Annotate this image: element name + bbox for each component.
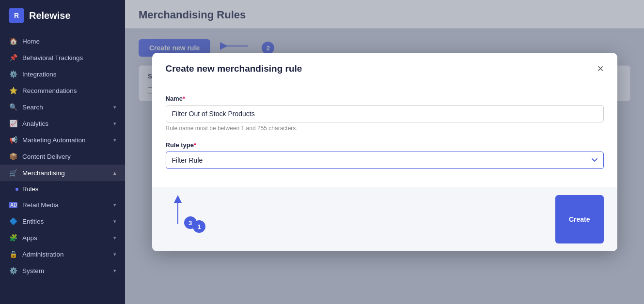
- chevron-down-icon: ▾: [113, 104, 116, 110]
- sidebar-item-label: Integrations: [22, 71, 57, 78]
- modal-footer: 3 Create: [152, 187, 617, 251]
- name-input[interactable]: [166, 105, 604, 122]
- pin-icon: 📌: [9, 54, 17, 61]
- modal-overlay: Create new merchandising rule × Name* Ru…: [125, 0, 644, 304]
- chevron-down-icon: ▾: [113, 268, 116, 274]
- system-icon: ⚙️: [9, 267, 17, 274]
- logo-icon: R: [9, 8, 24, 23]
- modal-title: Create new merchandising rule: [166, 63, 302, 74]
- sidebar-item-marketing-automation[interactable]: 📢 Marketing Automation ▾: [0, 132, 125, 148]
- apps-icon: 🧩: [9, 234, 17, 242]
- sidebar-item-rules[interactable]: Rules: [0, 181, 125, 197]
- annotation-bubble-3: 3: [184, 216, 197, 229]
- sidebar-item-label: Apps: [22, 234, 37, 242]
- modal-create-button[interactable]: Create: [555, 195, 604, 243]
- rule-type-label: Rule type*: [166, 141, 604, 149]
- sidebar-item-label: Marketing Automation: [22, 137, 86, 144]
- sidebar-item-merchandising[interactable]: 🛒 Merchandising ▴: [0, 165, 125, 181]
- content-icon: 📦: [9, 152, 17, 160]
- sidebar-item-search[interactable]: 🔍 Search ▾: [0, 99, 125, 115]
- modal-body: Name* Rule name must be between 1 and 25…: [152, 83, 617, 187]
- chevron-down-icon: ▾: [113, 251, 116, 258]
- sidebar-item-label: Retail Media: [22, 201, 59, 209]
- sidebar-item-label: Behavioral Trackings: [22, 54, 83, 61]
- sidebar-logo[interactable]: R Relewise: [0, 0, 125, 31]
- rule-type-select[interactable]: Filter Rule Boost Rule Pin Rule Sort Rul…: [166, 152, 604, 169]
- sidebar-item-label: Administration: [22, 251, 64, 258]
- sidebar-item-label: System: [22, 267, 44, 274]
- analytics-icon: 📈: [9, 120, 17, 127]
- sidebar-item-system[interactable]: ⚙️ System ▾: [0, 262, 125, 279]
- chevron-down-icon: ▾: [113, 218, 116, 225]
- megaphone-icon: 📢: [9, 136, 17, 144]
- sidebar-nav: 🏠 Home 📌 Behavioral Trackings ⚙️ Integra…: [0, 31, 125, 304]
- star-icon: ⭐: [9, 87, 17, 94]
- sidebar-item-integrations[interactable]: ⚙️ Integrations: [0, 66, 125, 82]
- main-content: Merchandising Rules Create new rule 2 Sh…: [125, 0, 644, 304]
- retail-media-icon: AD: [9, 202, 17, 208]
- sidebar-item-label: Content Delivery: [22, 153, 71, 160]
- sidebar-item-label: Search: [22, 104, 43, 111]
- modal: Create new merchandising rule × Name* Ru…: [152, 53, 617, 251]
- sidebar-item-label: Entities: [22, 218, 44, 225]
- sidebar-item-home[interactable]: 🏠 Home: [0, 33, 125, 49]
- rule-type-required: *: [194, 141, 196, 149]
- chevron-up-icon: ▴: [113, 170, 116, 176]
- chevron-down-icon: ▾: [113, 121, 116, 127]
- sidebar-item-entities[interactable]: 🔷 Entities ▾: [0, 213, 125, 229]
- sidebar-item-retail-media[interactable]: AD Retail Media ▾: [0, 197, 125, 213]
- sidebar-item-label: Merchandising: [22, 169, 65, 177]
- home-icon: 🏠: [9, 37, 17, 45]
- lock-icon: 🔒: [9, 250, 17, 258]
- gear-icon: ⚙️: [9, 70, 17, 78]
- sidebar-item-label: Analytics: [22, 120, 48, 127]
- chevron-down-icon: ▾: [113, 202, 116, 208]
- sidebar-item-label: Rules: [22, 185, 38, 193]
- sidebar-item-recommendations[interactable]: ⭐ Recommendations: [0, 82, 125, 99]
- modal-close-button[interactable]: ×: [597, 63, 604, 74]
- modal-header: Create new merchandising rule ×: [152, 53, 617, 83]
- chevron-down-icon: ▾: [113, 235, 116, 241]
- entities-icon: 🔷: [9, 217, 17, 225]
- name-hint: Rule name must be between 1 and 255 char…: [166, 125, 604, 132]
- name-form-group: Name* Rule name must be between 1 and 25…: [166, 95, 604, 132]
- chevron-down-icon: ▾: [113, 137, 116, 143]
- sidebar-item-label: Recommendations: [22, 87, 77, 94]
- name-label: Name*: [166, 95, 604, 102]
- sidebar-item-administration[interactable]: 🔒 Administration ▾: [0, 246, 125, 262]
- sidebar-item-behavioral-trackings[interactable]: 📌 Behavioral Trackings: [0, 49, 125, 66]
- rule-type-form-group: Rule type* Filter Rule Boost Rule Pin Ru…: [166, 141, 604, 169]
- search-icon: 🔍: [9, 103, 17, 111]
- sidebar-item-analytics[interactable]: 📈 Analytics ▾: [0, 115, 125, 132]
- logo-text: Relewise: [29, 10, 71, 21]
- sidebar-item-content-delivery[interactable]: 📦 Content Delivery: [0, 148, 125, 165]
- sidebar: R Relewise 🏠 Home 📌 Behavioral Trackings…: [0, 0, 125, 304]
- name-required: *: [183, 95, 185, 102]
- sidebar-item-label: Home: [22, 38, 40, 45]
- cart-icon: 🛒: [9, 169, 17, 177]
- sidebar-item-apps[interactable]: 🧩 Apps ▾: [0, 229, 125, 246]
